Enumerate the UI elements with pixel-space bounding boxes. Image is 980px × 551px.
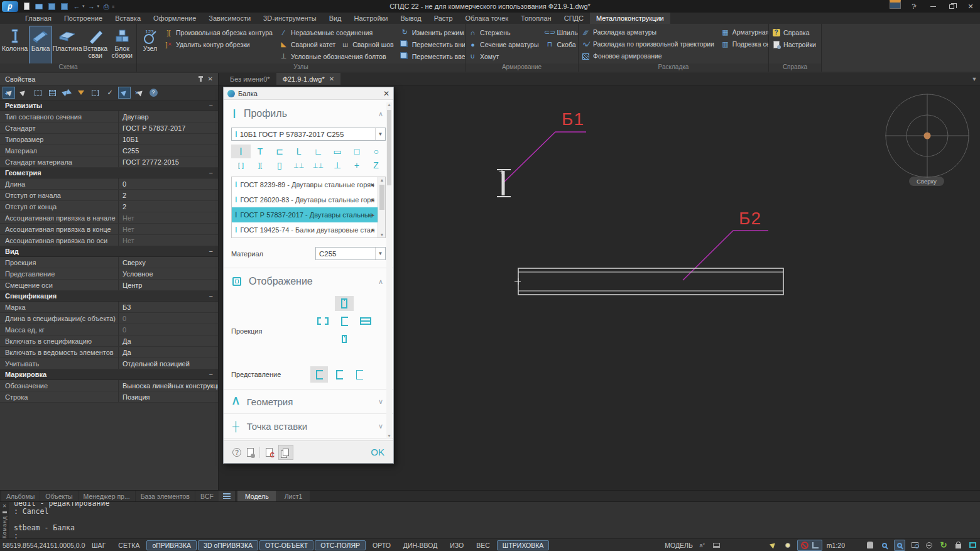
close-command-line-icon[interactable]: ✕ bbox=[3, 503, 7, 509]
collapse-icon[interactable]: − bbox=[209, 102, 213, 109]
projection-left-button[interactable] bbox=[313, 314, 332, 329]
permanent-joints-button[interactable]: ⁄Неразъемные соединения bbox=[279, 26, 394, 38]
toggle-dynamic-input[interactable]: ДИН-ВВОД bbox=[398, 540, 443, 550]
profile-preset-select[interactable]: Ⅰ 10Б1 ГОСТ Р 57837-2017 С255 ▼ bbox=[231, 128, 386, 141]
list-scrollbar[interactable]: ▲ ▼ bbox=[378, 177, 385, 237]
beam-label-b1[interactable]: Б1 bbox=[562, 109, 584, 129]
scroll-up-icon[interactable]: ▲ bbox=[378, 178, 386, 182]
channel-profile-button[interactable]: ⊏ bbox=[270, 145, 290, 158]
section-geometriya[interactable]: Геометрия− bbox=[0, 168, 218, 178]
annotation-scale-icon[interactable]: a° bbox=[697, 540, 707, 550]
drawing-scale[interactable]: m1:20 bbox=[827, 542, 845, 549]
angle2-profile-button[interactable]: ∟ bbox=[308, 145, 328, 158]
save-all-icon[interactable] bbox=[58, 1, 70, 11]
apply-selection-button[interactable]: ✓ bbox=[104, 87, 116, 99]
exclude-selection-button[interactable]: ✕ bbox=[133, 87, 145, 99]
section-spetsifikatsiya[interactable]: Спецификация− bbox=[0, 291, 218, 302]
rebar-button[interactable]: ∩Стержень bbox=[468, 26, 539, 38]
change-overlap-mode-button[interactable]: ↻Изменить режим перекрытия bbox=[400, 26, 466, 38]
property-row[interactable]: Тип составного сеченияДвутавр bbox=[0, 111, 218, 123]
panel-tab-obekty[interactable]: Объекты bbox=[40, 491, 77, 501]
projection-front-button[interactable] bbox=[335, 314, 354, 329]
tab-glavnaya[interactable]: Главная bbox=[19, 13, 58, 24]
layout-list-icon[interactable] bbox=[219, 491, 235, 501]
property-row[interactable]: УчитыватьОтдельной позицией bbox=[0, 358, 218, 369]
collapse-icon[interactable]: − bbox=[209, 169, 213, 177]
command-history[interactable]: uedit - редактирование : Cancel stbeam -… bbox=[9, 501, 980, 538]
angle-profile-button[interactable]: L bbox=[289, 145, 308, 158]
beam-label-b2[interactable]: Б2 bbox=[739, 209, 761, 229]
ibeam-profile-button[interactable]: Ⅰ bbox=[231, 145, 251, 158]
doc-tab-list-icon[interactable]: ▼ bbox=[969, 73, 980, 85]
plate-button[interactable]: Пластина bbox=[53, 26, 81, 64]
model-space-indicator[interactable]: МОДЕЛЬ bbox=[665, 542, 693, 549]
sheet1-tab[interactable]: Лист1 bbox=[277, 491, 310, 501]
zee-profile-button[interactable]: Z bbox=[366, 158, 386, 172]
projection-bottom-button[interactable] bbox=[335, 331, 354, 346]
tab-vstavka[interactable]: Вставка bbox=[109, 13, 147, 24]
toggle-polar-tracking[interactable]: ОТС-ПОЛЯР bbox=[315, 540, 366, 550]
selection-help-button[interactable]: ? bbox=[147, 87, 160, 99]
scroll-down-icon[interactable]: ▼ bbox=[386, 434, 392, 438]
beam-dialog-titlebar[interactable]: Балка ✕ bbox=[224, 87, 393, 100]
copy-properties-button[interactable] bbox=[278, 445, 293, 460]
help-button[interactable]: ?Справка bbox=[771, 26, 816, 38]
view-orientation-badge[interactable]: Сверху bbox=[909, 177, 944, 186]
model-tab[interactable]: Модель bbox=[237, 491, 276, 501]
toggle-grid[interactable]: СЕТКА bbox=[112, 540, 145, 550]
expand-arrow-icon[interactable]: ► bbox=[371, 212, 376, 218]
square-tube-profile-button[interactable]: □ bbox=[347, 145, 367, 158]
background-reinforcement-button[interactable]: Фоновое армирование bbox=[581, 50, 714, 62]
undo-icon[interactable]: ← bbox=[71, 1, 82, 11]
panel-tab-baza-elementov[interactable]: База элементов bbox=[136, 491, 195, 501]
toggle-hatch[interactable]: ШТРИХОВКА bbox=[497, 540, 550, 550]
select-cursor-button[interactable] bbox=[17, 87, 30, 99]
collapse-icon[interactable]: − bbox=[209, 292, 213, 300]
standard-item[interactable]: ⅠГОСТ 26020-83 - Двутавры стальные горя► bbox=[232, 192, 385, 207]
toggle-3d-osnap[interactable]: 3D оПРИВЯЗКА bbox=[198, 540, 258, 550]
standard-item-selected[interactable]: ⅠГОСТ Р 57837-2017 - Двутавры стальные► bbox=[232, 207, 385, 222]
property-row[interactable]: МаркаБ3 bbox=[0, 302, 218, 313]
property-row[interactable]: Длина0 bbox=[0, 178, 218, 190]
toggle-lineweight[interactable]: ВЕС bbox=[471, 540, 496, 550]
regen-icon[interactable]: ↻ bbox=[939, 540, 949, 550]
collapse-chevron-icon[interactable]: ∧ bbox=[378, 110, 383, 118]
weld-seam-button[interactable]: шСварной шов bbox=[340, 38, 394, 50]
ucs-icon[interactable] bbox=[812, 542, 819, 548]
command-prompt[interactable]: : bbox=[14, 532, 980, 538]
projection-top-button[interactable] bbox=[335, 296, 354, 311]
arbitrary-contour-trim-button[interactable]: ][Произвольная обрезка контура bbox=[164, 26, 273, 38]
double-angle-profile-button[interactable]: ⊥⊥ bbox=[308, 158, 328, 172]
dialog-close-icon[interactable]: ✕ bbox=[383, 89, 389, 98]
property-row[interactable]: СтрокаПозиция bbox=[0, 391, 218, 403]
dialog-properties-icon[interactable] bbox=[247, 448, 254, 457]
tab-nastroyki[interactable]: Настройки bbox=[348, 13, 395, 24]
property-row[interactable]: Смещение осиЦентр bbox=[0, 280, 218, 291]
toggle-object-tracking[interactable]: ОТС-ОБЪЕКТ bbox=[259, 540, 313, 550]
property-row[interactable]: Типоразмер10Б1 bbox=[0, 134, 218, 145]
property-row[interactable]: Масса ед, кг0 bbox=[0, 324, 218, 336]
move-up-button[interactable]: Переместить вверх bbox=[400, 50, 466, 62]
dialog-scrollbar[interactable]: ▲ ▼ bbox=[386, 102, 392, 438]
redo-caret-icon[interactable]: ▾ bbox=[97, 4, 100, 9]
orbit-icon[interactable] bbox=[924, 540, 934, 550]
assembly-block-button[interactable]: Блок сборки bbox=[109, 26, 134, 64]
pile-insert-button[interactable]: Вставка сваи bbox=[82, 26, 108, 64]
display-section-header[interactable]: Отображение ∧ bbox=[224, 276, 393, 287]
expand-chevron-icon[interactable]: ∨ bbox=[378, 398, 383, 406]
expand-chevron-icon[interactable]: ∨ bbox=[378, 422, 383, 430]
no-selection-cursor-icon[interactable] bbox=[801, 542, 808, 549]
move-down-button[interactable]: Переместить вниз bbox=[400, 38, 466, 50]
expand-arrow-icon[interactable]: ► bbox=[371, 182, 376, 188]
node-button[interactable]: 123 Узел bbox=[139, 26, 161, 64]
tee-down-profile-button[interactable]: ⊥ bbox=[328, 158, 347, 172]
column-button[interactable]: Колонна bbox=[2, 26, 28, 64]
close-panel-icon[interactable]: ✕ bbox=[208, 75, 213, 82]
help-menu-button[interactable]: ?▾ bbox=[905, 0, 923, 13]
open-file-icon[interactable] bbox=[33, 1, 45, 11]
pick-point-button[interactable] bbox=[118, 87, 131, 99]
cursor-highlight-icon[interactable] bbox=[768, 540, 778, 550]
new-file-icon[interactable] bbox=[21, 1, 32, 11]
redo-icon[interactable]: → bbox=[86, 1, 97, 11]
toggle-ortho[interactable]: ОРТО bbox=[367, 540, 396, 550]
